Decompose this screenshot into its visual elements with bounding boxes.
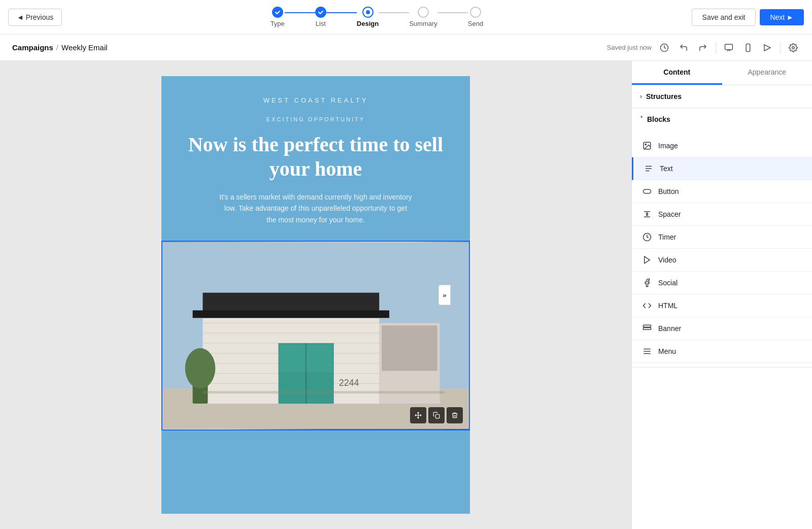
canvas-area: WEST COAST REALTY EXCITING OPPORTUNITY N…	[0, 61, 631, 529]
preview-icon-btn[interactable]	[722, 41, 735, 54]
right-panel: Content Appearance › Structures ˅ Blocks	[631, 61, 812, 529]
email-brand: WEST COAST REALTY	[182, 96, 450, 104]
blocks-header[interactable]: ˅ Blocks	[632, 108, 812, 130]
svg-marker-38	[645, 256, 650, 263]
image-block-icon	[642, 141, 652, 151]
email-headline: Now is the perfect time to sell your hom…	[182, 133, 450, 181]
block-html[interactable]: HTML	[632, 294, 812, 317]
block-timer-label: Timer	[658, 233, 676, 241]
email-hero[interactable]: WEST COAST REALTY EXCITING OPPORTUNITY N…	[161, 76, 470, 241]
blocks-label: Blocks	[647, 115, 670, 123]
chevron-right-icon: »	[443, 291, 446, 299]
step-send[interactable]: Send	[468, 7, 483, 27]
block-social-label: Social	[658, 279, 678, 287]
settings-icon-btn[interactable]	[787, 41, 800, 54]
svg-rect-39	[644, 325, 651, 327]
svg-rect-26	[202, 391, 445, 393]
save-exit-button[interactable]: Save and exit	[692, 9, 756, 26]
stepper: Type List Design Summary Send	[270, 7, 484, 27]
delete-block-button[interactable]	[447, 407, 463, 423]
redo-icon-btn[interactable]	[696, 41, 709, 54]
duplicate-block-button[interactable]	[428, 407, 445, 423]
menu-block-icon	[642, 346, 652, 356]
step-label-send: Send	[468, 20, 483, 27]
history-icon-btn[interactable]	[658, 41, 671, 54]
breadcrumb-actions: Saved just now	[607, 41, 800, 54]
step-label-list: List	[316, 20, 326, 27]
email-image-placeholder: 2244	[162, 242, 469, 429]
svg-rect-22	[382, 325, 437, 371]
main-layout: WEST COAST REALTY EXCITING OPPORTUNITY N…	[0, 61, 812, 529]
email-body-text: It's a sellers market with demand curren…	[219, 191, 412, 225]
step-circle-list	[315, 7, 326, 18]
step-circle-send	[470, 7, 481, 18]
step-label-summary: Summary	[409, 20, 437, 27]
test-send-icon-btn[interactable]	[761, 41, 774, 54]
block-spacer-label: Spacer	[658, 210, 681, 218]
block-banner[interactable]: Banner	[632, 317, 812, 340]
top-bar-left: ◄ Previous	[8, 9, 62, 26]
button-block-icon	[642, 186, 652, 196]
svg-point-24	[185, 348, 216, 388]
step-summary[interactable]: Summary	[409, 7, 437, 27]
email-preview: WEST COAST REALTY EXCITING OPPORTUNITY N…	[161, 76, 470, 514]
block-button-label: Button	[658, 187, 679, 195]
svg-rect-20	[306, 344, 333, 373]
image-toolbar	[410, 407, 463, 423]
move-block-button[interactable]	[410, 407, 426, 423]
block-menu[interactable]: Menu	[632, 340, 812, 363]
step-type[interactable]: Type	[270, 7, 285, 27]
block-text[interactable]: Text	[632, 157, 812, 180]
svg-point-29	[645, 144, 646, 145]
step-circle-type	[272, 7, 283, 18]
svg-point-4	[792, 46, 795, 49]
step-line-2	[326, 12, 357, 13]
step-circle-design	[362, 7, 374, 18]
breadcrumb-parent[interactable]: Campaigns	[12, 43, 53, 52]
block-button[interactable]: Button	[632, 180, 812, 203]
step-label-type: Type	[270, 20, 285, 27]
svg-rect-33	[644, 189, 651, 193]
svg-text:2244: 2244	[339, 378, 359, 388]
block-social[interactable]: Social	[632, 272, 812, 294]
video-block-icon	[642, 255, 652, 265]
chevron-down-icon: ˅	[640, 116, 643, 123]
social-block-icon	[642, 278, 652, 288]
block-banner-label: Banner	[658, 324, 681, 333]
structures-label: Structures	[646, 92, 682, 101]
block-image[interactable]: Image	[632, 135, 812, 157]
step-line-4	[437, 12, 468, 13]
blocks-section: ˅ Blocks Image Text	[632, 108, 812, 368]
breadcrumb-bar: Campaigns / Weekly Email Saved just now	[0, 35, 812, 61]
next-button[interactable]: Next ►	[760, 9, 804, 25]
svg-rect-19	[279, 344, 305, 373]
block-video[interactable]: Video	[632, 249, 812, 272]
undo-icon-btn[interactable]	[677, 41, 690, 54]
divider	[716, 42, 716, 54]
svg-rect-1	[725, 44, 733, 50]
tab-content[interactable]: Content	[632, 61, 722, 85]
tab-appearance[interactable]: Appearance	[722, 61, 813, 85]
step-circle-summary	[418, 7, 429, 18]
step-label-design: Design	[357, 20, 379, 27]
collapse-panel-button[interactable]: »	[438, 285, 451, 305]
email-image-section[interactable]: 2244	[161, 241, 470, 431]
structures-header[interactable]: › Structures	[632, 85, 812, 108]
breadcrumb-current: Weekly Email	[61, 43, 108, 52]
step-line-3	[379, 12, 409, 13]
step-list[interactable]: List	[315, 7, 326, 27]
text-block-icon	[644, 163, 654, 174]
block-timer[interactable]: Timer	[632, 226, 812, 249]
email-subheading: EXCITING OPPORTUNITY	[182, 116, 450, 122]
block-spacer[interactable]: Spacer	[632, 203, 812, 226]
block-text-label: Text	[660, 164, 673, 173]
svg-rect-27	[435, 414, 439, 418]
previous-button[interactable]: ◄ Previous	[8, 9, 62, 26]
top-bar: ◄ Previous Type List Design	[0, 0, 812, 35]
chevron-right-icon: ›	[640, 93, 642, 100]
house-illustration: 2244	[162, 242, 469, 429]
mobile-preview-icon-btn[interactable]	[741, 41, 755, 54]
breadcrumb-separator: /	[56, 43, 58, 52]
blocks-list: Image Text Button	[632, 130, 812, 367]
step-design[interactable]: Design	[357, 7, 379, 27]
